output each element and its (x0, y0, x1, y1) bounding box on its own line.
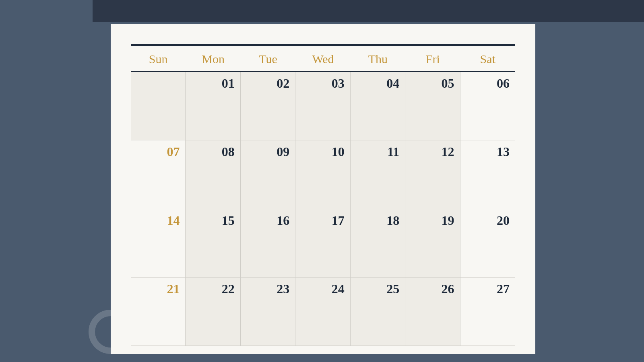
day-cell-24-w3: 24 (295, 278, 350, 346)
sidebar (0, 0, 93, 362)
day-number-17: 17 (332, 213, 345, 228)
day-number-07: 07 (167, 144, 180, 159)
weeks-container: 0102030405060708091011121314151617181920… (131, 72, 515, 346)
day-cell-13-w1: 13 (460, 140, 515, 208)
calendar-card: Sun Mon Tue Wed Thu Fri Sat 010203040506… (111, 24, 535, 354)
day-cell-20-w2: 20 (460, 209, 515, 277)
day-number-14: 14 (167, 213, 180, 228)
day-headers: Sun Mon Tue Wed Thu Fri Sat (131, 46, 515, 72)
day-cell-25-w3: 25 (351, 278, 405, 346)
day-cell-14-w2: 14 (131, 209, 186, 277)
day-header-wed: Wed (295, 46, 350, 71)
day-cell-10-w1: 10 (295, 140, 350, 208)
day-cell-05-w0: 05 (405, 72, 460, 140)
week-row-1: 010203040506 (131, 72, 515, 140)
day-number-09: 09 (277, 144, 289, 159)
day-number-24: 24 (332, 282, 345, 296)
day-number-05: 05 (442, 76, 454, 91)
day-number-01: 01 (222, 76, 235, 91)
day-cell-11-w1: 11 (351, 140, 405, 208)
day-cell-02-w0: 02 (241, 72, 295, 140)
day-number-22: 22 (222, 282, 235, 296)
background: Sun Mon Tue Wed Thu Fri Sat 010203040506… (0, 0, 644, 362)
day-cell-16-w2: 16 (241, 209, 295, 277)
day-cell-03-w0: 03 (295, 72, 350, 140)
day-cell-01-w0: 01 (186, 72, 240, 140)
top-bar (93, 0, 644, 22)
day-cell-19-w2: 19 (405, 209, 460, 277)
day-number-18: 18 (386, 213, 399, 228)
day-number-23: 23 (277, 282, 289, 296)
day-cell-06-w0: 06 (460, 72, 515, 140)
day-cell-08-w1: 08 (186, 140, 240, 208)
day-number-26: 26 (442, 282, 454, 296)
calendar-header (131, 36, 515, 40)
day-cell-12-w1: 12 (405, 140, 460, 208)
week-row-4: 21222324252627 (131, 278, 515, 346)
day-header-sun: Sun (131, 46, 186, 71)
day-cell-23-w3: 23 (241, 278, 295, 346)
day-cell-09-w1: 09 (241, 140, 295, 208)
day-number-13: 13 (497, 144, 510, 159)
day-number-12: 12 (442, 144, 454, 159)
calendar-grid: Sun Mon Tue Wed Thu Fri Sat 010203040506… (131, 46, 515, 346)
day-number-20: 20 (497, 213, 510, 228)
day-cell-26-w3: 26 (405, 278, 460, 346)
week-row-3: 14151617181920 (131, 209, 515, 278)
day-number-15: 15 (222, 213, 235, 228)
day-number-16: 16 (277, 213, 289, 228)
day-cell-21-w3: 21 (131, 278, 186, 346)
day-number-06: 06 (497, 76, 510, 91)
day-cell-07-w1: 07 (131, 140, 186, 208)
day-header-mon: Mon (186, 46, 240, 71)
day-cell-04-w0: 04 (351, 72, 405, 140)
day-cell-18-w2: 18 (351, 209, 405, 277)
day-header-sat: Sat (460, 46, 515, 71)
day-cell-27-w3: 27 (460, 278, 515, 346)
day-number-02: 02 (277, 76, 289, 91)
day-number-27: 27 (497, 282, 510, 296)
day-number-04: 04 (386, 76, 399, 91)
week-row-2: 07080910111213 (131, 140, 515, 209)
day-header-fri: Fri (405, 46, 460, 71)
day-header-thu: Thu (351, 46, 405, 71)
day-header-tue: Tue (241, 46, 295, 71)
day-number-03: 03 (332, 76, 345, 91)
day-cell-22-w3: 22 (186, 278, 240, 346)
day-number-08: 08 (222, 144, 235, 159)
day-number-10: 10 (332, 144, 345, 159)
day-number-11: 11 (387, 144, 399, 159)
day-cell-empty-w0 (131, 72, 186, 140)
day-number-19: 19 (442, 213, 454, 228)
day-cell-15-w2: 15 (186, 209, 240, 277)
day-number-25: 25 (386, 282, 399, 296)
day-cell-17-w2: 17 (295, 209, 350, 277)
day-number-21: 21 (167, 282, 180, 296)
